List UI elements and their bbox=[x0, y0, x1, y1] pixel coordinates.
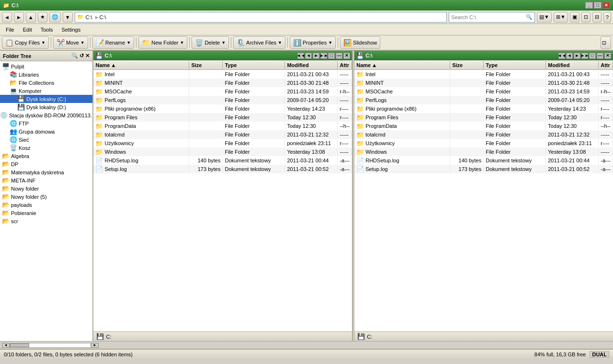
tree-item-tree-pulpit[interactable]: 🖥️Pulpit bbox=[0, 62, 92, 70]
table-row[interactable]: 📁 ProgramData File Folder Today 12:30 --… bbox=[93, 122, 352, 130]
left-col-name[interactable]: Name ▲ bbox=[93, 61, 189, 69]
left-next-next-btn[interactable]: ►► bbox=[320, 53, 327, 59]
tree-item-tree-nowyfolder[interactable]: 📂Nowy folder bbox=[0, 184, 92, 193]
table-row[interactable]: 📁 MSOCache File Folder 2011-03-23 14:59 … bbox=[354, 87, 613, 96]
slideshow-button[interactable]: 🖼️ Slideshow bbox=[340, 36, 380, 49]
menu-settings[interactable]: Settings bbox=[57, 26, 84, 34]
table-row[interactable]: 📄 RHDSetup.log 140 bytes Dokument teksto… bbox=[93, 156, 352, 165]
table-row[interactable]: 📁 PerfLogs File Folder 2009-07-14 05:20 … bbox=[354, 96, 613, 104]
table-row[interactable]: 📁 totalcmd File Folder 2011-03-21 12:32 … bbox=[354, 130, 613, 139]
move-button[interactable]: ✂️ Move ▼ bbox=[53, 36, 88, 49]
delete-button[interactable]: 🗑️ Delete ▼ bbox=[192, 36, 229, 49]
view-options-button[interactable]: ▤▼ bbox=[537, 12, 552, 23]
tree-item-tree-bdrom[interactable]: 💿Stacja dysków BD-ROM 20090113... bbox=[0, 111, 92, 119]
left-split-btn[interactable]: □ bbox=[328, 53, 335, 59]
right-split-btn[interactable]: □ bbox=[589, 53, 596, 59]
scroll-right-button[interactable]: ► bbox=[91, 343, 99, 348]
up-button[interactable]: ▲ bbox=[26, 12, 36, 23]
network-button[interactable]: 🌐 bbox=[49, 12, 61, 23]
tree-icon-search[interactable]: 🔍 bbox=[71, 53, 78, 59]
scroll-track[interactable] bbox=[10, 343, 91, 348]
properties-dropdown-icon[interactable]: ▼ bbox=[328, 40, 332, 45]
tree-item-tree-kosz[interactable]: 🗑️Kosz bbox=[0, 144, 92, 152]
close-button[interactable]: ✕ bbox=[602, 2, 610, 9]
table-row[interactable]: 📁 MININT File Folder 2011-03-30 21:48 --… bbox=[354, 79, 613, 87]
view-split-button[interactable]: ⊡ bbox=[581, 12, 590, 23]
scroll-thumb[interactable] bbox=[10, 343, 29, 347]
menu-tools[interactable]: Tools bbox=[37, 26, 57, 34]
right-col-attr[interactable]: Attr bbox=[599, 61, 613, 69]
tree-item-tree-pobieranie[interactable]: 📂Pobieranie bbox=[0, 209, 92, 217]
new-folder-button[interactable]: 📁 New Folder ▼ bbox=[138, 36, 187, 49]
tree-item-tree-grupadomowa[interactable]: 👥Grupa domowa bbox=[0, 127, 92, 136]
right-prev-prev-btn[interactable]: ◄◄ bbox=[558, 53, 565, 59]
table-row[interactable]: 📁 Windows File Folder Yesterday 13:08 --… bbox=[354, 148, 613, 156]
menu-edit[interactable]: Edit bbox=[19, 26, 36, 34]
view-panel-button[interactable]: ▣ bbox=[570, 12, 579, 23]
help-button[interactable]: ? bbox=[603, 12, 611, 23]
search-icon[interactable]: 🔍 bbox=[526, 14, 533, 20]
left-col-attr[interactable]: Attr bbox=[338, 61, 352, 69]
maximize-button[interactable]: □ bbox=[594, 2, 602, 9]
rename-dropdown-icon[interactable]: ▼ bbox=[126, 40, 131, 45]
new-folder-dropdown-icon[interactable]: ▼ bbox=[180, 40, 184, 45]
right-col-type[interactable]: Type bbox=[484, 61, 546, 69]
right-close-btn[interactable]: ✕ bbox=[604, 53, 611, 59]
tree-icon-close[interactable]: ✕ bbox=[85, 53, 90, 59]
right-prev-btn[interactable]: ◄ bbox=[566, 53, 573, 59]
copy-dropdown-icon[interactable]: ▼ bbox=[41, 40, 45, 45]
table-row[interactable]: 📁 Intel File Folder 2011-03-21 00:43 ---… bbox=[354, 70, 613, 79]
table-row[interactable]: 📁 MSOCache File Folder 2011-03-23 14:59 … bbox=[93, 87, 352, 96]
menu-file[interactable]: File bbox=[2, 26, 18, 34]
table-row[interactable]: 📁 Użytkownicy File Folder poniedziałek 2… bbox=[93, 139, 352, 148]
table-row[interactable]: 📄 Setup.log 173 bytes Dokument tekstowy … bbox=[93, 165, 352, 173]
bookmark-button[interactable]: ★ bbox=[38, 12, 47, 23]
tree-item-tree-libraries[interactable]: 📚Libraries bbox=[0, 70, 92, 79]
address-input[interactable]: 📁 C:\ ► bbox=[75, 12, 447, 23]
archive-button[interactable]: 🗜️ Archive Files ▼ bbox=[233, 36, 285, 49]
table-row[interactable]: 📁 Windows File Folder Yesterday 13:08 --… bbox=[93, 148, 352, 156]
tree-item-tree-filecollections[interactable]: 📂File Collections bbox=[0, 79, 92, 87]
left-prev-btn[interactable]: ◄ bbox=[305, 53, 312, 59]
table-row[interactable]: 📁 MININT File Folder 2011-03-30 21:48 --… bbox=[93, 79, 352, 87]
tree-item-tree-dp[interactable]: 📂DP bbox=[0, 160, 92, 168]
tree-item-tree-payloads[interactable]: 📂payloads bbox=[0, 201, 92, 209]
rename-button[interactable]: 📝 Rename ▼ bbox=[92, 36, 135, 49]
table-row[interactable]: 📁 Użytkownicy File Folder poniedziałek 2… bbox=[354, 139, 613, 148]
archive-dropdown-icon[interactable]: ▼ bbox=[278, 40, 282, 45]
move-dropdown-icon[interactable]: ▼ bbox=[80, 40, 85, 45]
properties-button[interactable]: ℹ️ Properties ▼ bbox=[290, 36, 336, 49]
right-col-modified[interactable]: Modified bbox=[546, 61, 599, 69]
tree-item-tree-diskd[interactable]: 💾Dysk lokalny (D:) bbox=[0, 103, 92, 111]
table-row[interactable]: 📄 RHDSetup.log 140 bytes Dokument teksto… bbox=[354, 156, 613, 165]
left-col-size[interactable]: Size bbox=[189, 61, 223, 69]
tree-item-tree-scr[interactable]: 📂scr bbox=[0, 217, 92, 225]
right-min-btn[interactable]: — bbox=[597, 53, 603, 59]
table-row[interactable]: 📁 Pliki programów (x86) File Folder Yest… bbox=[354, 104, 613, 113]
tree-item-tree-ftp[interactable]: 🌐FTP bbox=[0, 119, 92, 127]
tree-icon-refresh[interactable]: ↺ bbox=[79, 53, 84, 59]
forward-button[interactable]: ► bbox=[14, 12, 24, 23]
minimize-button[interactable]: _ bbox=[585, 2, 593, 9]
right-next-next-btn[interactable]: ►► bbox=[581, 53, 588, 59]
table-row[interactable]: 📁 Intel File Folder 2011-03-21 00:43 ---… bbox=[93, 70, 352, 79]
scroll-left-button[interactable]: ◄ bbox=[2, 343, 10, 348]
back-button[interactable]: ◄ bbox=[2, 12, 12, 23]
tree-item-tree-metainf[interactable]: 📂META-INF bbox=[0, 176, 92, 184]
table-row[interactable]: 📄 Setup.log 173 bytes Dokument tekstowy … bbox=[354, 165, 613, 173]
left-col-type[interactable]: Type bbox=[223, 61, 285, 69]
left-next-btn[interactable]: ► bbox=[313, 53, 319, 59]
table-row[interactable]: 📁 Program Files File Folder Today 12:30 … bbox=[354, 113, 613, 122]
left-col-modified[interactable]: Modified bbox=[285, 61, 338, 69]
view-icons-button[interactable]: ⊟ bbox=[592, 12, 602, 23]
tree-item-tree-matdysk[interactable]: 📂Matematyka dyskretna bbox=[0, 168, 92, 176]
table-row[interactable]: 📁 Pliki programów (x86) File Folder Yest… bbox=[93, 104, 352, 113]
view-details-button[interactable]: ⊞▼ bbox=[554, 12, 568, 23]
delete-dropdown-icon[interactable]: ▼ bbox=[221, 40, 226, 45]
table-row[interactable]: 📁 ProgramData File Folder Today 12:30 --… bbox=[354, 122, 613, 130]
address-field[interactable] bbox=[100, 14, 445, 20]
table-row[interactable]: 📁 Program Files File Folder Today 12:30 … bbox=[93, 113, 352, 122]
search-input[interactable] bbox=[451, 14, 526, 20]
right-col-size[interactable]: Size bbox=[450, 61, 484, 69]
copy-files-button[interactable]: 📋 Copy Files ▼ bbox=[2, 36, 49, 49]
